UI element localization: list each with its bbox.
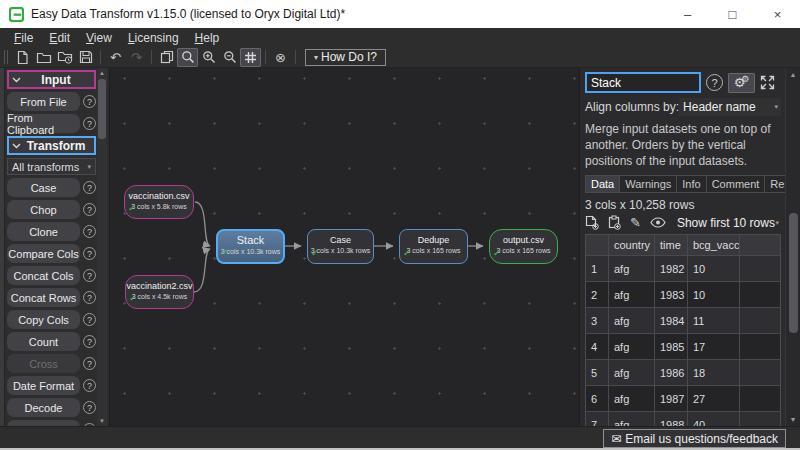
chop-button[interactable]: Chop [7,200,80,219]
case-button[interactable]: Case [7,178,80,197]
column-header-bcg-vacc[interactable]: bcg_vacc [688,235,740,256]
table-row[interactable]: 3 afg 1984 11 [586,308,780,334]
scroll-up-icon[interactable]: ▲ [786,71,800,78]
node-vaccination2-csv[interactable]: vaccination2.csv 3 cols x 4.5k rows ✓ [125,275,194,309]
sidebar-scrollbar[interactable]: ▲ ▼ [97,68,107,426]
row-number-cell: 5 [586,360,609,386]
save-button[interactable] [75,48,96,67]
scroll-down-icon[interactable]: ▼ [99,416,105,426]
open-file-button[interactable] [33,48,54,67]
help-icon[interactable]: ? [83,225,96,238]
help-icon[interactable]: ? [83,401,96,414]
open-recent-button[interactable] [54,48,75,67]
concat-cols-button[interactable]: Concat Cols [7,266,80,285]
table-row[interactable]: 6 afg 1987 27 [586,386,780,412]
help-icon[interactable]: ? [83,203,96,216]
scroll-up-icon[interactable]: ▲ [99,68,105,78]
node-label: Stack [218,234,283,246]
align-columns-select[interactable]: Header name ▾ [679,98,781,116]
table-cell: 1984 [655,308,688,334]
help-icon[interactable]: ? [83,313,96,326]
node-output-csv[interactable]: output.csv 3 cols x 165 rows ✓ [489,229,558,264]
cancel-button[interactable]: ⊗ [270,48,291,67]
email-feedback-button[interactable]: ✉ Email us questions/feedback [603,429,786,448]
table-row[interactable]: 2 afg 1983 10 [586,282,780,308]
node-dedupe[interactable]: Dedupe 3 cols x 165 rows ✓ [399,229,468,264]
compare-cols-button[interactable]: Compare Cols [7,244,80,263]
sidebar-section-input[interactable]: Input [7,70,96,89]
help-icon[interactable]: ? [83,117,96,130]
table-row[interactable]: 5 afg 1986 18 [586,360,780,386]
node-canvas[interactable]: vaccination.csv 3 cols x 5.8k rows ✓ vac… [110,68,579,426]
zoom-in-button[interactable] [198,48,219,67]
settings-gears-button[interactable]: ⚙⚙ [728,73,755,93]
window-title: Easy Data Transform v1.15.0 (licensed to… [31,7,345,21]
toolbar-grip[interactable] [4,50,8,64]
panel-scrollbar[interactable]: ▲ ▼ [785,68,800,426]
help-icon[interactable]: ? [83,291,96,304]
concat-rows-button[interactable]: Concat Rows [7,288,80,307]
help-icon[interactable]: ? [83,379,96,392]
how-do-i-button[interactable]: ▾ How Do I? [305,49,386,66]
email-feedback-label: Email us questions/feedback [625,432,778,446]
column-header-country[interactable]: country [609,235,655,256]
tab-warnings[interactable]: Warnings [619,175,677,193]
show-rows-select[interactable]: Show first 10 rows ▾ [675,216,781,230]
sidebar-section-transform[interactable]: Transform [7,136,96,155]
date-format-button[interactable]: Date Format [7,376,80,395]
new-file-button[interactable] [12,48,33,67]
help-icon[interactable]: ? [83,95,96,108]
clone-button[interactable]: Clone [7,222,80,241]
row-number-header[interactable] [586,235,609,256]
table-row[interactable]: 1 afg 1982 10 [586,256,780,282]
sidebar-splitter[interactable] [0,68,5,426]
from-clipboard-button[interactable]: From Clipboard [7,114,80,133]
column-header-time[interactable]: time [655,235,688,256]
copy-clipboard-icon[interactable] [608,215,621,230]
undo-button[interactable]: ↶ [105,48,126,67]
scrollbar-thumb[interactable] [98,79,106,139]
node-name-input[interactable] [585,72,701,93]
export-file-icon[interactable] [585,215,599,230]
redo-button[interactable]: ↷ [126,48,147,67]
node-stack-selected[interactable]: Stack 3 cols x 10.3k rows ✓ [216,229,285,264]
menu-licensing[interactable]: Licensing [120,31,187,45]
menu-view[interactable]: View [78,31,120,45]
scroll-down-icon[interactable]: ▼ [786,416,800,423]
transform-filter-select[interactable]: All transforms ▾ [7,158,96,175]
tab-info[interactable]: Info [676,175,706,193]
duplicate-button[interactable] [156,48,177,67]
toggle-grid-button[interactable] [240,48,261,67]
expand-panel-button[interactable] [760,73,775,93]
zoom-out-button[interactable] [219,48,240,67]
table-row[interactable]: 4 afg 1985 17 [586,334,780,360]
close-button[interactable]: × [755,0,800,28]
node-vaccination-csv[interactable]: vaccination.csv 3 cols x 5.8k rows ✓ [124,185,194,219]
help-icon[interactable]: ? [83,181,96,194]
help-icon[interactable]: ? [83,269,96,282]
pan-zoom-button[interactable] [177,48,198,67]
menu-help[interactable]: Help [187,31,228,45]
node-case[interactable]: Case 3 cols x 10.3k rows ✓ [307,229,374,264]
minimize-button[interactable]: – [665,0,710,28]
check-icon: ✓ [493,248,501,258]
scrollbar-thumb[interactable] [789,213,798,333]
view-eye-icon[interactable] [650,217,666,228]
node-label: vaccination2.csv [126,281,193,291]
maximize-button[interactable]: □ [710,0,755,28]
count-button[interactable]: Count [7,332,80,351]
decode-button[interactable]: Decode [7,398,80,417]
help-icon[interactable]: ? [83,335,96,348]
menu-edit[interactable]: Edit [41,31,78,45]
edit-pencil-icon[interactable]: ✎ [630,215,641,230]
copy-cols-button[interactable]: Copy Cols [7,310,80,329]
align-columns-value: Header name [683,100,756,114]
help-icon[interactable]: ? [83,357,96,370]
tab-comment[interactable]: Comment [706,175,766,193]
from-file-button[interactable]: From File [7,92,80,111]
tab-data[interactable]: Data [585,175,620,193]
cross-button: Cross [7,354,80,373]
help-icon[interactable]: ? [83,247,96,260]
menu-file[interactable]: File [6,31,41,45]
help-icon[interactable]: ? [706,74,723,91]
